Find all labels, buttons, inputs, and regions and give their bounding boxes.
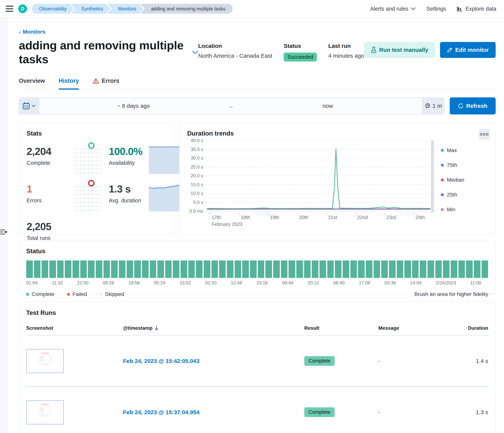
beaker-icon bbox=[371, 47, 377, 53]
top-nav: D ObservabilitySyntheticsMonitorsadding … bbox=[0, 0, 504, 18]
duration-cell: 1.3 s bbox=[435, 409, 488, 415]
screenshot-thumbnail[interactable]: todos bbox=[26, 400, 64, 424]
run-test-manually-button[interactable]: Run test manually bbox=[364, 42, 435, 58]
heatmap-tick-label: 23:16 bbox=[256, 280, 268, 286]
legend-item-25th[interactable]: 25th bbox=[441, 192, 464, 198]
column-header-timestamp[interactable]: @timestamp bbox=[123, 325, 304, 331]
svg-text:15.0 s: 15.0 s bbox=[191, 182, 203, 187]
heatmap-cell bbox=[127, 261, 133, 278]
heatmap-cell bbox=[474, 261, 480, 278]
heatmap-cell bbox=[397, 261, 403, 278]
avatar[interactable]: D bbox=[18, 4, 27, 13]
test-run-timestamp-link[interactable]: Feb 24, 2023 @ 15:42:05.043 bbox=[123, 358, 199, 364]
meta-status: Status Succeeded bbox=[284, 43, 317, 62]
heatmap-cell bbox=[273, 261, 280, 278]
heatmap-cell bbox=[150, 261, 156, 278]
settings-link[interactable]: Settings bbox=[426, 6, 446, 12]
heatmap-cell bbox=[288, 261, 295, 278]
monitor-select-chevron-icon[interactable] bbox=[192, 50, 198, 55]
heatmap-cell bbox=[134, 261, 141, 278]
screenshot-thumbnail[interactable]: todos bbox=[26, 349, 64, 373]
chevron-down-icon bbox=[411, 7, 415, 10]
complete-sparkline bbox=[74, 145, 102, 174]
stat-total-runs: 2,205 Total runs bbox=[27, 221, 67, 241]
legend-item-max[interactable]: Max bbox=[441, 147, 464, 153]
screenshot-cell: todos bbox=[26, 400, 123, 424]
refresh-button[interactable]: Refresh bbox=[450, 97, 496, 115]
heatmap-cell bbox=[304, 261, 311, 278]
svg-text:22nd: 22nd bbox=[357, 215, 368, 220]
expand-sidebar-icon[interactable] bbox=[0, 31, 7, 433]
thumbnail-footer-line bbox=[41, 416, 49, 417]
edit-monitor-button[interactable]: Edit monitor bbox=[440, 42, 496, 58]
svg-text:19th: 19th bbox=[270, 215, 279, 220]
breadcrumb-item[interactable]: Observability bbox=[32, 4, 74, 14]
breadcrumb-item[interactable]: Monitors bbox=[108, 4, 144, 14]
svg-text:23rd: 23rd bbox=[386, 215, 396, 220]
column-label: Duration bbox=[468, 325, 488, 331]
thumbnail-todo-card bbox=[39, 407, 51, 414]
legend-dot bbox=[441, 164, 444, 167]
heatmap-cell bbox=[227, 261, 234, 278]
errors-sparkline bbox=[74, 183, 102, 211]
tab-history[interactable]: History bbox=[59, 77, 79, 89]
duration-trends-chart[interactable]: 40.0 s35.0 s30.0 s25.0 s20.0 s15.0 s10.0… bbox=[187, 139, 436, 228]
heatmap-tick-label: 11:32 bbox=[52, 280, 63, 286]
tab-label: History bbox=[59, 77, 79, 84]
explore-data-link[interactable]: Explore data bbox=[457, 6, 496, 12]
refresh-interval-button[interactable]: 1 m bbox=[422, 97, 444, 115]
result-badge: Complete bbox=[304, 356, 335, 366]
thumbnail-line bbox=[39, 361, 51, 363]
legend-item-min[interactable]: Min bbox=[441, 207, 464, 213]
range-start-button[interactable]: ~ 8 days ago bbox=[39, 103, 228, 109]
heatmap-cell bbox=[242, 261, 249, 278]
heatmap-tick-label: 14:04 bbox=[410, 280, 422, 286]
column-header-message: Message bbox=[378, 325, 435, 331]
thumbnail-line bbox=[39, 407, 51, 409]
tab-overview[interactable]: Overview bbox=[19, 77, 45, 89]
alerts-and-rules-menu[interactable]: Alerts and rules bbox=[370, 6, 416, 12]
column-header-screenshot: Screenshot bbox=[26, 325, 123, 331]
column-header-duration: Duration bbox=[435, 325, 488, 331]
heatmap-cell bbox=[173, 261, 179, 278]
heatmap-cell bbox=[351, 261, 357, 278]
refresh-icon bbox=[458, 103, 464, 109]
availability-sparkline bbox=[149, 145, 179, 174]
menu-hamburger-icon[interactable] bbox=[6, 6, 13, 12]
thumbnail-line bbox=[39, 413, 51, 414]
legend-options-icon[interactable] bbox=[479, 129, 490, 140]
range-end-button[interactable]: now bbox=[234, 103, 422, 109]
heatmap-cell bbox=[235, 261, 241, 278]
tab-label: Overview bbox=[19, 77, 45, 84]
column-header-result: Result bbox=[304, 325, 378, 331]
heatmap-cell bbox=[443, 261, 450, 278]
heatmap-tick-label: 17:08 bbox=[359, 280, 370, 286]
heatmap-cell bbox=[49, 261, 56, 278]
legend-label: 75th bbox=[447, 162, 457, 168]
back-to-monitors-link[interactable]: ‹ Monitors bbox=[19, 29, 45, 35]
legend-item-75th[interactable]: 75th bbox=[441, 162, 464, 168]
message-cell: - bbox=[378, 409, 435, 415]
tab-errors[interactable]: Errors bbox=[93, 77, 119, 89]
stat-complete: 2,204 Complete bbox=[27, 145, 67, 166]
svg-text:17th: 17th bbox=[212, 215, 221, 220]
test-run-timestamp-link[interactable]: Feb 24, 2023 @ 15:37:04.954 bbox=[123, 409, 199, 415]
breadcrumb-item[interactable]: Synthetics bbox=[71, 4, 110, 14]
legend-label: 25th bbox=[447, 192, 457, 198]
breadcrumb-item[interactable]: adding and removing multiple tasks bbox=[141, 4, 233, 14]
status-heatmap-ticks: 01:0411:3222:0008:2818:5605:2415:5202:20… bbox=[26, 280, 481, 286]
heatmap-cell bbox=[296, 261, 303, 278]
stat-availability: 100.0% Availability bbox=[109, 145, 142, 166]
legend-item-median[interactable]: Median bbox=[441, 177, 464, 183]
complete-marker-icon bbox=[88, 142, 95, 149]
svg-text:February 2023: February 2023 bbox=[212, 222, 243, 227]
heatmap-cell bbox=[65, 261, 71, 278]
status-heatmap[interactable] bbox=[26, 261, 488, 278]
calendar-menu-button[interactable] bbox=[19, 97, 39, 115]
collapsed-sidebar bbox=[0, 18, 7, 433]
date-range-input: ~ 8 days ago → now bbox=[39, 98, 422, 114]
main-content: ‹ Monitors adding and removing multiple … bbox=[7, 18, 504, 433]
duration-trends-panel: Duration trends 40.0 s35.0 s30.0 s25.0 s… bbox=[179, 123, 496, 234]
heatmap-cell bbox=[482, 261, 488, 278]
heatmap-cell bbox=[466, 261, 473, 278]
